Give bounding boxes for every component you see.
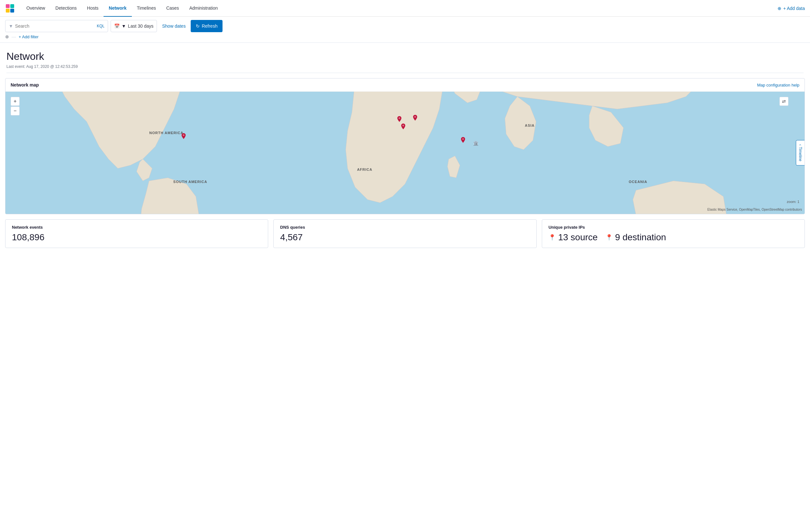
map-title: Network map	[11, 82, 39, 87]
world-map-svg	[5, 92, 805, 214]
nav-cases[interactable]: Cases	[161, 0, 184, 17]
network-events-label: Network events	[12, 225, 261, 230]
map-controls: + −	[11, 97, 20, 115]
date-range-label: Last 30 days	[128, 23, 153, 29]
top-navigation: Overview Detections Hosts Network Timeli…	[0, 0, 810, 17]
add-data-icon: ⊕	[778, 6, 781, 11]
map-header: Network map Map configuration help	[5, 79, 805, 92]
nav-network[interactable]: Network	[103, 0, 131, 17]
search-box: ▼ KQL	[5, 20, 108, 32]
source-pin-icon: 📍	[549, 234, 556, 241]
svg-point-8	[183, 134, 184, 136]
zoom-in-button[interactable]: +	[11, 97, 20, 106]
timeline-arrow-icon: ‹	[798, 144, 803, 146]
source-ips-value: 13 source	[558, 232, 598, 243]
refresh-button[interactable]: ↻ Refresh	[191, 20, 223, 32]
region-africa: AFRICA	[357, 167, 372, 172]
nav-hosts[interactable]: Hosts	[82, 0, 104, 17]
unique-private-ips-label: Unique private IPs	[549, 225, 798, 230]
svg-point-9	[463, 138, 464, 140]
map-zoom-info: zoom: 1	[787, 200, 799, 204]
destination-ips-item: 📍 9 destination	[605, 232, 666, 243]
zoom-out-button[interactable]: −	[11, 107, 20, 115]
legend-icon: ⇄	[782, 99, 786, 104]
calendar-icon: 📅	[114, 23, 119, 29]
svg-rect-3	[10, 9, 14, 13]
timeline-tab[interactable]: ‹ Timeline	[796, 140, 805, 166]
nav-links: Overview Detections Hosts Network Timeli…	[21, 0, 778, 17]
map-pin-3	[401, 124, 405, 129]
filter-icon[interactable]: ⊗	[5, 34, 9, 39]
region-south-america: SOUTH AMERICA	[173, 180, 207, 184]
map-pin-5	[461, 137, 465, 143]
search-type-icon[interactable]: ▼	[9, 23, 13, 29]
dns-queries-card: DNS queries 4,567	[273, 219, 536, 248]
dns-queries-value: 4,567	[280, 232, 530, 243]
stats-row: Network events 108,896 DNS queries 4,567…	[5, 219, 805, 248]
region-north-america: NORTH AMERICA	[149, 131, 183, 135]
svg-rect-0	[6, 4, 10, 8]
show-dates-button[interactable]: Show dates	[160, 23, 188, 29]
refresh-icon: ↻	[196, 23, 200, 29]
source-ips-item: 📍 13 source	[549, 232, 598, 243]
app-logo	[5, 3, 15, 13]
map-attribution: Elastic Maps Service, OpenMapTiles, Open…	[708, 208, 802, 211]
search-bar: ▼ KQL 📅 ▼ Last 30 days Show dates ↻ Refr…	[0, 17, 810, 32]
kql-badge[interactable]: KQL	[97, 24, 104, 28]
last-event-label: Last event: Aug 17, 2020 @ 12:42:53.259	[6, 64, 804, 69]
map-pin-building: 🏛️	[473, 141, 479, 146]
nav-right: ⊕ + Add data	[778, 6, 805, 11]
map-container: + − ⇄ NORTH AMERICA SOUTH AMERICA AFRICA…	[5, 92, 805, 214]
filter-separator: —	[12, 34, 16, 39]
page-header: Network Last event: Aug 17, 2020 @ 12:42…	[0, 43, 810, 73]
filter-row: ⊗ — + Add filter	[0, 32, 810, 43]
destination-ips-value: 9 destination	[615, 232, 666, 243]
svg-rect-1	[10, 4, 14, 8]
chevron-down-icon: ▼	[122, 23, 126, 29]
page-title: Network	[6, 50, 804, 62]
network-events-card: Network events 108,896	[5, 219, 268, 248]
nav-overview[interactable]: Overview	[21, 0, 50, 17]
svg-point-7	[402, 125, 404, 126]
svg-point-5	[399, 117, 400, 119]
unique-private-ips-values: 📍 13 source 📍 9 destination	[549, 232, 798, 243]
map-pin-4	[181, 133, 186, 139]
header-divider	[6, 73, 804, 73]
unique-private-ips-card: Unique private IPs 📍 13 source 📍 9 desti…	[542, 219, 805, 248]
search-input[interactable]	[15, 23, 95, 29]
map-legend-button[interactable]: ⇄	[779, 97, 789, 106]
svg-point-6	[415, 116, 416, 118]
timeline-tab-label: Timeline	[798, 147, 803, 161]
region-oceania: OCEANIA	[629, 180, 647, 184]
add-filter-button[interactable]: + Add filter	[19, 34, 38, 39]
add-data-button[interactable]: ⊕ + Add data	[778, 6, 805, 11]
network-events-value: 108,896	[12, 232, 261, 243]
dns-queries-label: DNS queries	[280, 225, 530, 230]
map-config-help-link[interactable]: Map configuration help	[757, 83, 799, 87]
nav-detections[interactable]: Detections	[50, 0, 82, 17]
network-map-section: Network map Map configuration help	[5, 78, 805, 214]
region-asia: ASIA	[525, 124, 534, 127]
date-picker[interactable]: 📅 ▼ Last 30 days	[111, 20, 157, 32]
map-pin-2	[413, 115, 417, 120]
nav-timelines[interactable]: Timelines	[132, 0, 161, 17]
svg-rect-2	[6, 9, 10, 13]
map-pin-1	[397, 116, 402, 122]
nav-administration[interactable]: Administration	[184, 0, 223, 17]
destination-pin-icon: 📍	[605, 234, 613, 241]
